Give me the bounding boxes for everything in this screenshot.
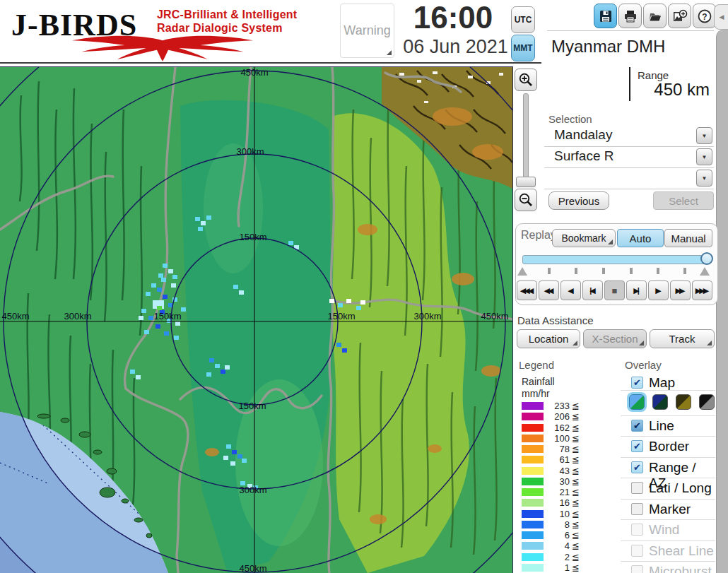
legend-color-swatch xyxy=(522,542,544,550)
legend-operator: ≦ xyxy=(572,411,580,422)
play-button[interactable]: ▶ xyxy=(648,280,669,300)
legend-color-swatch xyxy=(522,424,544,432)
add-image-button[interactable] xyxy=(668,4,691,28)
map-zoom-out-button[interactable] xyxy=(515,189,537,211)
legend-color-swatch xyxy=(522,435,544,442)
legend-color-swatch xyxy=(522,553,544,561)
chevron-down-icon[interactable]: ▼ xyxy=(696,127,712,144)
legend-color-swatch xyxy=(522,467,544,475)
legend-row: 30≦ xyxy=(522,476,580,487)
legend-value: 61 xyxy=(544,454,570,465)
add-image-icon xyxy=(672,8,688,24)
legend-value: 16 xyxy=(544,497,570,508)
legend-operator: ≦ xyxy=(572,423,580,433)
overlay-row-shear-line: Shear Line xyxy=(621,540,715,562)
forward-fast-button[interactable]: ▶▶▶ xyxy=(692,280,712,300)
save-icon xyxy=(599,9,613,23)
legend-value: 4 xyxy=(544,540,570,551)
clock-date: 06 Jun 2021 xyxy=(390,36,521,58)
overlay-item-label: Marker xyxy=(649,502,691,517)
replay-timeline-slider[interactable] xyxy=(522,255,708,264)
svg-text:300km: 300km xyxy=(413,311,441,321)
map-zoom-in-button[interactable] xyxy=(515,69,537,91)
rewind-button[interactable]: ◀◀ xyxy=(539,280,559,300)
radar-map-display[interactable]: 450km300km150km150km300km450km450km300km… xyxy=(0,67,512,573)
help-button[interactable]: ? xyxy=(693,4,716,28)
selection-dropdown-3[interactable]: ▼ xyxy=(544,168,714,189)
track-button[interactable]: Track xyxy=(650,329,715,348)
legend-operator: ≦ xyxy=(572,552,580,562)
checkbox-map[interactable]: ✔ xyxy=(631,377,643,389)
save-button[interactable] xyxy=(594,4,617,28)
overlay-item-label: Microburst xyxy=(649,564,712,573)
x-section-button[interactable]: X-Section xyxy=(583,329,647,348)
previous-button[interactable]: Previous xyxy=(548,191,609,210)
forward-button[interactable]: ▶▶ xyxy=(670,280,691,300)
legend-operator: ≦ xyxy=(572,444,580,454)
overlay-item-label: Lati / Long xyxy=(649,480,712,496)
map-style-terrain-color[interactable] xyxy=(629,394,645,410)
legend-value: 206 xyxy=(544,411,570,422)
print-button[interactable] xyxy=(618,4,642,28)
replay-auto-button[interactable]: Auto xyxy=(617,229,664,247)
map-style-dark-blue[interactable] xyxy=(652,394,668,410)
legend-color-swatch xyxy=(522,456,544,463)
rewind-fast-button[interactable]: ◀◀◀ xyxy=(517,280,537,300)
collapse-left-icon: ◀ xyxy=(720,13,724,20)
legend-row: 16≦ xyxy=(522,497,580,508)
chevron-down-icon[interactable]: ▼ xyxy=(696,170,712,187)
legend-value: 2 xyxy=(544,552,570,562)
checkbox-marker[interactable] xyxy=(631,503,643,515)
legend-operator: ≦ xyxy=(572,562,580,573)
timeline-tick xyxy=(575,268,577,274)
open-file-button[interactable] xyxy=(643,4,667,28)
step-back-button[interactable]: ◀ xyxy=(560,280,581,300)
overlay-row-line: ✔Line xyxy=(621,415,715,437)
selection-dropdown-2[interactable]: Surface R▼ xyxy=(544,147,714,168)
timeline-end-marker xyxy=(700,267,710,276)
chevron-down-icon[interactable]: ▼ xyxy=(696,148,712,165)
map-style-grayscale[interactable] xyxy=(699,394,715,410)
timeline-tick xyxy=(683,268,686,274)
legend-row: 78≦ xyxy=(522,444,580,454)
select-button[interactable]: Select xyxy=(653,191,714,210)
replay-slider-handle[interactable] xyxy=(700,252,713,265)
bookmark-button[interactable]: Bookmark xyxy=(552,229,616,247)
panel-collapse-button[interactable]: ◀ xyxy=(714,4,728,30)
checkbox-range-az[interactable]: ✔ xyxy=(631,461,643,473)
selection-value: Surface R xyxy=(554,148,613,164)
toolbar-divider xyxy=(547,30,714,31)
timeline-tick xyxy=(630,268,633,274)
warning-button[interactable]: Warning xyxy=(340,4,394,58)
header: J-BIRDS JRC-Brilliant & Intelligent Rada… xyxy=(0,0,728,64)
legend-row: 206≦ xyxy=(522,411,580,422)
map-zoom-slider[interactable] xyxy=(523,93,529,187)
legend-operator: ≦ xyxy=(572,454,580,465)
svg-text:?: ? xyxy=(702,11,707,21)
legend-unit-line2: mm/hr xyxy=(522,388,550,399)
overlay-item-label: Line xyxy=(649,418,674,434)
legend-operator: ≦ xyxy=(572,530,580,540)
timezone-mmt-button[interactable]: MMT xyxy=(511,35,535,61)
panel-edge-strip xyxy=(716,30,728,573)
checkbox-microburst xyxy=(631,565,643,573)
legend-color-swatch xyxy=(522,445,544,453)
svg-text:150km: 150km xyxy=(153,311,181,321)
selection-dropdown-1[interactable]: Mandalay▼ xyxy=(544,126,714,147)
map-style-olive[interactable] xyxy=(676,394,691,410)
checkbox-lati-long[interactable] xyxy=(631,482,643,494)
checkbox-border[interactable]: ✔ xyxy=(631,440,643,452)
replay-manual-button[interactable]: Manual xyxy=(664,229,712,247)
overlay-row-range-az: ✔Range / AZ xyxy=(621,457,715,478)
checkbox-line[interactable]: ✔ xyxy=(631,420,643,432)
location-button[interactable]: Location xyxy=(517,329,580,348)
skip-end-button[interactable]: ▶| xyxy=(626,280,647,300)
legend-row: 61≦ xyxy=(522,454,580,465)
stop-button[interactable]: ■ xyxy=(604,280,625,300)
skip-start-button[interactable]: |◀ xyxy=(582,280,603,300)
legend-value: 21 xyxy=(544,487,570,497)
map-zoom-slider-handle[interactable] xyxy=(516,177,536,187)
legend-row: 8≦ xyxy=(522,519,580,530)
legend-operator: ≦ xyxy=(572,487,580,497)
timezone-utc-button[interactable]: UTC xyxy=(511,6,535,33)
